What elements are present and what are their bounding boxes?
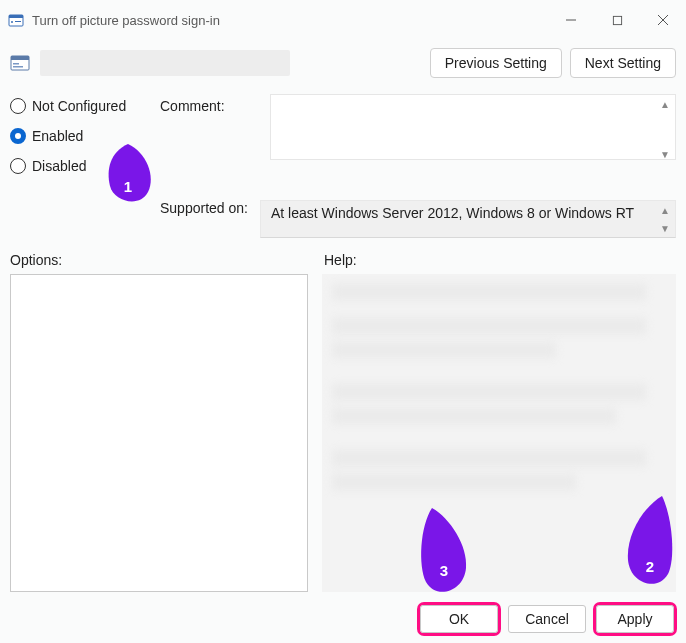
help-panel [322, 274, 676, 592]
maximize-button[interactable] [594, 5, 640, 35]
policy-name-blurred [40, 50, 290, 76]
help-label: Help: [310, 252, 676, 268]
app-icon [8, 12, 24, 28]
scroll-down-icon[interactable]: ▼ [656, 146, 674, 162]
supported-on-label: Supported on: [160, 200, 260, 216]
radio-disabled[interactable]: Disabled [10, 158, 160, 174]
state-radios: Not Configured Enabled Disabled [10, 94, 160, 188]
next-setting-button[interactable]: Next Setting [570, 48, 676, 78]
comment-label: Comment: [160, 98, 270, 114]
options-label: Options: [10, 252, 310, 268]
supported-on-value: At least Windows Server 2012, Windows 8 … [260, 200, 676, 238]
radio-label: Enabled [32, 128, 83, 144]
scroll-up-icon[interactable]: ▲ [656, 202, 674, 218]
scroll-down-icon[interactable]: ▼ [656, 220, 674, 236]
radio-label: Not Configured [32, 98, 126, 114]
svg-rect-11 [13, 66, 23, 68]
titlebar: Turn off picture password sign-in [0, 0, 686, 40]
close-button[interactable] [640, 5, 686, 35]
scroll-up-icon[interactable]: ▲ [656, 96, 674, 112]
policy-icon [10, 54, 30, 72]
svg-point-2 [11, 21, 13, 23]
comment-textarea[interactable] [270, 94, 676, 160]
window-title: Turn off picture password sign-in [32, 13, 220, 28]
svg-rect-10 [13, 63, 19, 65]
cancel-button[interactable]: Cancel [508, 605, 586, 633]
svg-rect-5 [613, 16, 621, 24]
radio-enabled[interactable]: Enabled [10, 128, 160, 144]
svg-rect-9 [11, 56, 29, 60]
radio-circle-selected-icon [10, 128, 26, 144]
toolbar: Previous Setting Next Setting [0, 40, 686, 94]
radio-circle-icon [10, 98, 26, 114]
minimize-button[interactable] [548, 5, 594, 35]
previous-setting-button[interactable]: Previous Setting [430, 48, 562, 78]
dialog-buttons: OK Cancel Apply [420, 605, 674, 633]
apply-button[interactable]: Apply [596, 605, 674, 633]
svg-rect-3 [15, 21, 21, 22]
svg-rect-1 [9, 15, 23, 18]
radio-not-configured[interactable]: Not Configured [10, 98, 160, 114]
ok-button[interactable]: OK [420, 605, 498, 633]
options-panel [10, 274, 308, 592]
radio-circle-icon [10, 158, 26, 174]
radio-label: Disabled [32, 158, 86, 174]
window-controls [548, 5, 686, 35]
